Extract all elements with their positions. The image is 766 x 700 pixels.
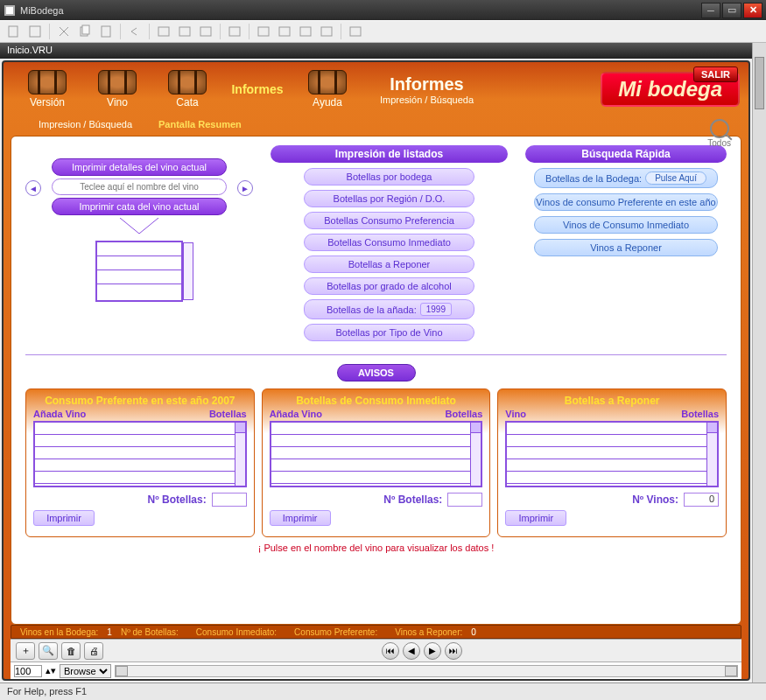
toolbar-misc9-icon[interactable] xyxy=(348,24,362,38)
toolbar-cut-icon[interactable] xyxy=(57,24,71,38)
toolbar-misc5-icon[interactable] xyxy=(257,24,271,38)
svg-rect-15 xyxy=(350,27,361,36)
maximize-button[interactable]: ▭ xyxy=(722,3,741,18)
anada-year-field[interactable]: 1999 xyxy=(420,303,452,316)
svg-rect-1 xyxy=(6,7,13,14)
print-botellas-tipo-button[interactable]: Botellas por Tipo de Vino xyxy=(304,324,474,341)
wine-name-input[interactable] xyxy=(52,178,227,195)
mini-list-scrollbar[interactable] xyxy=(183,242,193,300)
nav-vino[interactable]: Vino xyxy=(82,70,152,108)
panel-grid[interactable] xyxy=(33,421,247,487)
nav-version[interactable]: Versión xyxy=(12,70,82,108)
panel-footer-label: Nº Botellas: xyxy=(148,494,207,506)
minimize-button[interactable]: ─ xyxy=(701,3,720,18)
quick-reponer-button[interactable]: Vinos a Reponer xyxy=(534,239,718,256)
search-icon[interactable] xyxy=(710,119,729,138)
print-botellas-bodega-button[interactable]: Botellas por bodega xyxy=(304,168,474,186)
panel-col-botellas: Botellas xyxy=(446,409,483,419)
horizontal-scrollbar[interactable] xyxy=(115,665,738,677)
toolbar-copy-icon[interactable] xyxy=(78,24,92,38)
toolbar-save-icon[interactable] xyxy=(28,24,42,38)
toolbar-misc6-icon[interactable] xyxy=(278,24,292,38)
help-status-text: For Help, press F1 xyxy=(7,686,87,696)
avisos-button[interactable]: AVISOS xyxy=(337,364,416,382)
panel-print-button[interactable]: Imprimir xyxy=(33,510,95,526)
media-last-button[interactable]: ⏭ xyxy=(445,642,462,660)
print-botellas-grado-button[interactable]: Botellas por grado de alcohol xyxy=(304,277,474,295)
zoom-controls-icon[interactable]: ▴▾ xyxy=(46,665,56,676)
toolbar-misc8-icon[interactable] xyxy=(320,24,334,38)
print-botellas-region-button[interactable]: Botellas por Región / D.O. xyxy=(304,190,474,207)
document-title: Inicio.VRU xyxy=(7,45,53,55)
panel-grid[interactable] xyxy=(270,421,483,487)
media-prev-button[interactable]: ◀ xyxy=(403,642,420,660)
subnav-pantalla-resumen[interactable]: Pantalla Resumen xyxy=(158,119,242,130)
lt-print-icon[interactable]: 🖨 xyxy=(84,642,103,660)
nav-cata[interactable]: Cata xyxy=(152,70,222,108)
svg-rect-5 xyxy=(82,25,89,34)
nav-ayuda[interactable]: Ayuda xyxy=(292,70,362,108)
panel-col-botellas: Botellas xyxy=(681,409,719,419)
toolbar-paste-icon[interactable] xyxy=(99,24,113,38)
panel-footer-value: 0 xyxy=(684,493,719,507)
panel-reponer: Botellas a Reponer VinoBotellas Nº Vinos… xyxy=(497,388,727,537)
toolbar-misc1-icon[interactable] xyxy=(157,24,171,38)
svg-rect-9 xyxy=(200,27,211,36)
panel-col-anada: Añada Vino xyxy=(270,409,446,419)
print-botellas-consumo-inmed-button[interactable]: Botellas Consumo Inmediato xyxy=(304,234,474,251)
lt-zoom-icon[interactable]: 🔍 xyxy=(39,642,58,660)
panel-print-button[interactable]: Imprimir xyxy=(270,510,331,526)
lt-add-icon[interactable]: ＋ xyxy=(16,642,35,660)
toolbar-new-icon[interactable] xyxy=(7,24,21,38)
toolbar-misc2-icon[interactable] xyxy=(178,24,192,38)
svg-rect-7 xyxy=(158,27,169,36)
media-next-button[interactable]: ▶ xyxy=(424,642,441,660)
toolbar-undo-icon[interactable] xyxy=(128,24,142,38)
close-button[interactable]: ✕ xyxy=(743,3,762,18)
panel-col-vino: Vino xyxy=(505,409,681,419)
wine-mini-list[interactable] xyxy=(95,241,183,302)
print-list-header: Impresión de listados xyxy=(271,145,508,163)
hscroll-right-button[interactable] xyxy=(725,666,737,676)
quick-bodega-label: Botellas de la Bodega: xyxy=(545,173,642,184)
status-reponer-label: Vinos a Reponer: xyxy=(395,627,462,637)
print-botellas-anada-button[interactable]: Botellas de la añada: 1999 xyxy=(304,299,474,319)
print-botellas-reponer-button[interactable]: Botellas a Reponer xyxy=(304,256,474,273)
quick-bodega-button[interactable]: Pulse Aquí xyxy=(645,172,706,185)
next-wine-button[interactable]: ► xyxy=(237,180,253,196)
panel-col-botellas: Botellas xyxy=(209,409,247,419)
subnav-impresion[interactable]: Impresion / Búsqueda xyxy=(39,119,132,130)
panel-scrollbar[interactable] xyxy=(706,423,717,486)
quick-inmediato-button[interactable]: Vinos de Consumo Inmediato xyxy=(534,216,718,234)
panel-print-button[interactable]: Imprimir xyxy=(505,510,566,526)
mode-select[interactable]: Browse xyxy=(60,664,111,678)
hint-text: ¡ Pulse en el nombre del vino para visua… xyxy=(25,542,727,553)
toolbar-misc4-icon[interactable] xyxy=(228,24,242,38)
quick-preferente-button[interactable]: Vinos de consumo Preferente en este año xyxy=(534,193,718,211)
media-first-button[interactable]: ⏮ xyxy=(382,642,399,660)
panel-grid[interactable] xyxy=(505,421,719,487)
toolbar-misc7-icon[interactable] xyxy=(299,24,313,38)
panel-scrollbar[interactable] xyxy=(470,423,481,486)
zoom-input[interactable] xyxy=(14,665,42,677)
svg-rect-10 xyxy=(229,27,240,36)
panel-col-anada: Añada Vino xyxy=(33,409,209,419)
panel-title: Botellas de Consumo Inmediato xyxy=(270,395,483,407)
search-all-label[interactable]: Todos xyxy=(707,138,731,148)
quick-bodega-row: Botellas de la Bodega: Pulse Aquí xyxy=(534,168,718,188)
salir-button[interactable]: SALIR xyxy=(693,66,738,82)
panel-consumo-inmediato: Botellas de Consumo Inmediato Añada Vino… xyxy=(262,388,491,537)
print-wine-cata-button[interactable]: Imprimir cata del vino actual xyxy=(52,198,227,215)
status-inmediato-label: Consumo Inmediato: xyxy=(196,627,277,637)
print-wine-details-button[interactable]: Imprimir detalles del vino actual xyxy=(52,158,227,176)
prev-wine-button[interactable]: ◄ xyxy=(25,180,41,196)
panel-title: Consumo Preferente en este año 2007 xyxy=(33,395,247,407)
hscroll-left-button[interactable] xyxy=(116,666,128,676)
main-toolbar xyxy=(0,20,766,43)
toolbar-misc3-icon[interactable] xyxy=(199,24,213,38)
panel-scrollbar[interactable] xyxy=(235,423,245,486)
lt-trash-icon[interactable]: 🗑 xyxy=(61,642,81,660)
vertical-scrollbar[interactable] xyxy=(752,43,766,682)
print-botellas-consumo-pref-button[interactable]: Botellas Consumo Preferencia xyxy=(304,212,474,229)
nav-informes[interactable]: Informes xyxy=(222,82,292,96)
